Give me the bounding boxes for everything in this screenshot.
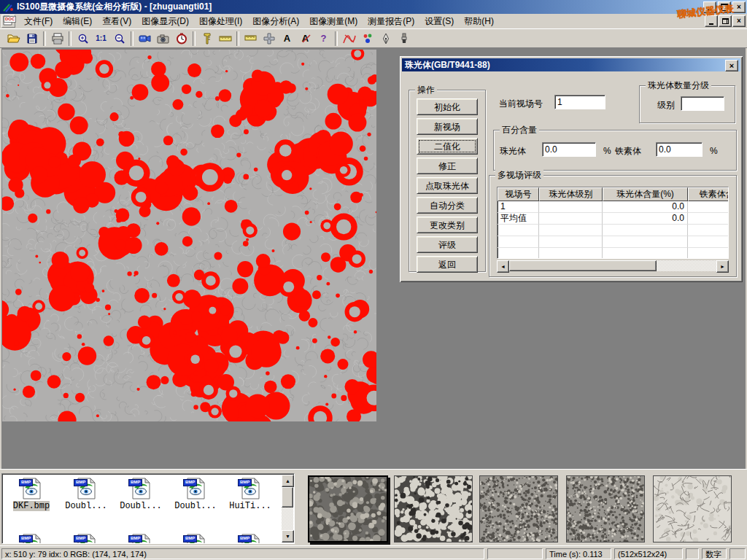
menu-measure-report[interactable]: 测量报告(P)	[363, 14, 419, 29]
caliper-button[interactable]	[198, 30, 216, 47]
scroll-thumb[interactable]	[282, 487, 293, 508]
print-button[interactable]	[48, 30, 66, 47]
mdi-close-button[interactable]: ×	[732, 15, 746, 27]
pearlite-percent-input[interactable]	[542, 142, 596, 157]
file-name[interactable]: Doubl...	[65, 501, 107, 511]
change-class-button[interactable]: 更改类别	[417, 217, 478, 233]
thumbnail-1[interactable]	[308, 475, 388, 542]
col-ferrite-content[interactable]: 铁素体含量(%)	[688, 187, 729, 201]
actual-size-button[interactable]: 1:1	[92, 30, 110, 47]
status-mode: 数字	[702, 548, 727, 559]
auto-classify-button[interactable]: 自动分类	[417, 197, 478, 214]
thumbnail-5[interactable]	[653, 475, 732, 542]
file-name[interactable]: DKF.bmp	[13, 501, 50, 511]
video-capture-button[interactable]	[136, 30, 154, 47]
zoom-in-button[interactable]	[74, 30, 92, 47]
binarize-button[interactable]: 二值化	[417, 138, 478, 155]
file-item[interactable]: BMP Doubl...	[115, 478, 167, 511]
mdi-minimize-button[interactable]	[705, 15, 718, 27]
measure-scale-button[interactable]	[241, 30, 260, 47]
table-header-row: 视场号 珠光体级别 珠光体含量(%) 铁素体含量(%)	[498, 187, 728, 201]
menu-image-display[interactable]: 图像显示(D)	[136, 14, 194, 29]
file-item-partial[interactable]: BMP	[60, 534, 112, 544]
grade-level-input[interactable]	[681, 96, 724, 111]
correct-button[interactable]: 修正	[417, 158, 478, 174]
menu-image-analysis[interactable]: 图像分析(A)	[247, 14, 304, 29]
file-item[interactable]: BMP HuiTi...	[224, 478, 276, 511]
help-button[interactable]: ?	[314, 30, 333, 47]
mdi-restore-button[interactable]	[719, 15, 732, 27]
operation-group: 操作 初始化 新视场 二值化 修正 点取珠光体 自动分类 更改类别 评级 返回	[409, 90, 486, 272]
ruler-button[interactable]	[216, 30, 234, 47]
paint-brush-button[interactable]	[395, 30, 413, 47]
dialog-title-bar[interactable]: 珠光体(GB/T9441-88)	[402, 58, 740, 71]
thumbnail-4[interactable]	[566, 475, 645, 542]
minimize-button[interactable]	[703, 1, 716, 13]
scroll-track[interactable]	[657, 260, 716, 271]
zoom-out-button[interactable]	[110, 30, 128, 47]
text-annotation-button[interactable]: A	[278, 30, 296, 47]
return-button[interactable]: 返回	[417, 256, 478, 273]
menu-bar: DOC 文件(F) 编辑(E) 查看(V) 图像显示(D) 图像处理(I) 图像…	[0, 14, 747, 28]
current-field-input[interactable]	[554, 95, 605, 109]
scroll-down-button[interactable]: ▼	[282, 530, 294, 542]
delete-curve-button[interactable]	[340, 30, 358, 47]
save-button[interactable]	[23, 30, 41, 47]
timer-button[interactable]	[172, 30, 190, 47]
pick-pearlite-button[interactable]: 点取珠光体	[417, 177, 478, 194]
menu-settings[interactable]: 设置(S)	[419, 14, 459, 29]
file-item[interactable]: BMP DKF.bmp	[5, 478, 58, 511]
scroll-up-button[interactable]: ▲	[282, 475, 294, 487]
menu-view[interactable]: 查看(V)	[97, 14, 136, 29]
open-button[interactable]	[4, 30, 23, 47]
grade-button[interactable]: 评级	[417, 236, 478, 253]
printer-icon	[51, 33, 64, 44]
title-bar[interactable]: IS100显微摄像系统(金相分析版) - [zhuguangti01] ×	[0, 0, 747, 14]
multifield-group-label: 多视场评级	[495, 170, 543, 180]
init-button[interactable]: 初始化	[417, 98, 478, 115]
table-row[interactable]: 平均值 0.0	[498, 213, 728, 225]
maximize-button[interactable]	[718, 1, 731, 13]
table-h-scrollbar[interactable]: ◄ ►	[497, 260, 729, 271]
grid-measure-button[interactable]	[260, 30, 278, 47]
file-item-partial[interactable]: BMP	[115, 534, 167, 544]
menu-image-processing[interactable]: 图像处理(I)	[194, 14, 247, 29]
percent-group-label: 百分含量	[500, 125, 539, 135]
file-item[interactable]: BMP Doubl...	[169, 478, 222, 511]
menu-image-measure[interactable]: 图像测量(M)	[304, 14, 363, 29]
scroll-thumb[interactable]	[509, 260, 657, 271]
file-list[interactable]: BMP DKF.bmp BMP Doubl... BMP Doubl...	[1, 473, 295, 544]
dialog-close-button[interactable]: ×	[725, 60, 738, 71]
ferrite-percent-input[interactable]	[656, 142, 703, 157]
col-field-no[interactable]: 视场号	[498, 187, 539, 201]
classify-button[interactable]	[358, 30, 376, 47]
new-field-button[interactable]: 新视场	[417, 118, 478, 135]
table-row[interactable]: 1 0.0	[498, 201, 728, 213]
col-pearlite-content[interactable]: 珠光体含量(%)	[603, 187, 688, 201]
file-item-partial[interactable]: BMP	[224, 534, 276, 544]
app-logo-icon	[2, 2, 14, 12]
file-item-partial[interactable]: BMP	[169, 534, 222, 544]
file-name[interactable]: Doubl...	[174, 501, 217, 511]
edit-annotation-button[interactable]: A	[296, 30, 314, 47]
thumbnail-2[interactable]	[394, 475, 473, 542]
menu-edit[interactable]: 编辑(E)	[58, 14, 97, 29]
file-item-partial[interactable]: BMP	[5, 534, 58, 544]
file-item[interactable]: BMP Doubl...	[60, 478, 112, 511]
file-name[interactable]: Doubl...	[120, 501, 162, 511]
scroll-right-button[interactable]: ►	[716, 260, 729, 273]
menu-help[interactable]: 帮助(H)	[459, 14, 499, 29]
document-icon[interactable]: DOC	[1, 15, 15, 28]
close-button[interactable]: ×	[732, 1, 746, 13]
ink-pen-button[interactable]	[376, 30, 395, 47]
file-list-scrollbar[interactable]: ▲ ▼	[282, 475, 293, 542]
file-name[interactable]: HuiTi...	[229, 501, 271, 511]
micrograph-image[interactable]	[2, 50, 376, 421]
scroll-left-button[interactable]: ◄	[497, 260, 509, 273]
grading-table[interactable]: 视场号 珠光体级别 珠光体含量(%) 铁素体含量(%) 1 0.0 平均值 0.…	[497, 187, 729, 259]
scroll-track[interactable]	[282, 508, 293, 530]
thumbnail-3[interactable]	[479, 475, 558, 542]
menu-file[interactable]: 文件(F)	[19, 14, 58, 29]
col-pearlite-grade[interactable]: 珠光体级别	[539, 187, 603, 201]
snapshot-button[interactable]	[154, 30, 172, 47]
